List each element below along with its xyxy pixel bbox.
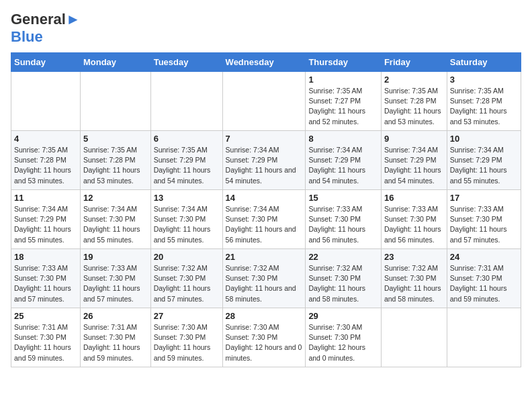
day-number: 5 [83,134,148,144]
calendar-cell: 1Sunrise: 7:35 AM Sunset: 7:27 PM Daylig… [306,72,382,131]
day-info: Sunrise: 7:30 AM Sunset: 7:30 PM Dayligh… [154,322,220,363]
day-number: 18 [14,252,77,262]
calendar-cell: 7Sunrise: 7:34 AM Sunset: 7:29 PM Daylig… [222,131,306,190]
day-number: 29 [308,311,378,321]
calendar-header-row: SundayMondayTuesdayWednesdayThursdayFrid… [11,53,521,72]
day-info: Sunrise: 7:32 AM Sunset: 7:30 PM Dayligh… [384,263,444,304]
day-number: 6 [154,134,220,144]
calendar-week-row: 11Sunrise: 7:34 AM Sunset: 7:29 PM Dayli… [11,190,521,249]
day-number: 8 [308,134,378,144]
calendar-week-row: 4Sunrise: 7:35 AM Sunset: 7:28 PM Daylig… [11,131,521,190]
day-number: 26 [83,311,148,321]
calendar-week-row: 18Sunrise: 7:33 AM Sunset: 7:30 PM Dayli… [11,249,521,308]
day-info: Sunrise: 7:32 AM Sunset: 7:30 PM Dayligh… [226,263,303,304]
calendar-cell [11,72,81,131]
calendar-cell: 23Sunrise: 7:32 AM Sunset: 7:30 PM Dayli… [381,249,447,308]
day-number: 14 [226,193,303,203]
calendar-cell [222,72,306,131]
calendar-cell: 24Sunrise: 7:31 AM Sunset: 7:30 PM Dayli… [447,249,521,308]
calendar-cell: 12Sunrise: 7:34 AM Sunset: 7:30 PM Dayli… [80,190,150,249]
day-info: Sunrise: 7:30 AM Sunset: 7:30 PM Dayligh… [226,322,303,363]
day-number: 23 [384,252,444,262]
day-number: 17 [450,193,518,203]
calendar-cell: 20Sunrise: 7:32 AM Sunset: 7:30 PM Dayli… [150,249,222,308]
day-number: 1 [308,75,378,85]
calendar-cell [447,308,521,367]
day-info: Sunrise: 7:35 AM Sunset: 7:28 PM Dayligh… [450,86,518,127]
calendar-cell: 25Sunrise: 7:31 AM Sunset: 7:30 PM Dayli… [11,308,81,367]
day-info: Sunrise: 7:35 AM Sunset: 7:28 PM Dayligh… [384,86,444,127]
day-info: Sunrise: 7:34 AM Sunset: 7:30 PM Dayligh… [226,204,303,245]
header-monday: Monday [80,53,150,72]
day-info: Sunrise: 7:34 AM Sunset: 7:29 PM Dayligh… [226,145,303,186]
calendar-cell: 27Sunrise: 7:30 AM Sunset: 7:30 PM Dayli… [150,308,222,367]
day-info: Sunrise: 7:33 AM Sunset: 7:30 PM Dayligh… [308,204,378,245]
calendar-cell: 6Sunrise: 7:35 AM Sunset: 7:29 PM Daylig… [150,131,222,190]
calendar-cell: 13Sunrise: 7:34 AM Sunset: 7:30 PM Dayli… [150,190,222,249]
calendar-cell: 28Sunrise: 7:30 AM Sunset: 7:30 PM Dayli… [222,308,306,367]
header-sunday: Sunday [11,53,81,72]
day-info: Sunrise: 7:35 AM Sunset: 7:28 PM Dayligh… [14,145,77,186]
day-info: Sunrise: 7:32 AM Sunset: 7:30 PM Dayligh… [308,263,378,304]
calendar-cell: 17Sunrise: 7:33 AM Sunset: 7:30 PM Dayli… [447,190,521,249]
day-info: Sunrise: 7:34 AM Sunset: 7:30 PM Dayligh… [154,204,220,245]
day-number: 22 [308,252,378,262]
day-info: Sunrise: 7:33 AM Sunset: 7:30 PM Dayligh… [14,263,77,304]
day-number: 12 [83,193,148,203]
day-info: Sunrise: 7:34 AM Sunset: 7:29 PM Dayligh… [308,145,378,186]
calendar-cell: 5Sunrise: 7:35 AM Sunset: 7:28 PM Daylig… [80,131,150,190]
day-number: 13 [154,193,220,203]
day-number: 9 [384,134,444,144]
header-thursday: Thursday [306,53,382,72]
calendar-cell: 15Sunrise: 7:33 AM Sunset: 7:30 PM Dayli… [306,190,382,249]
day-info: Sunrise: 7:31 AM Sunset: 7:30 PM Dayligh… [450,263,518,304]
day-number: 25 [14,311,77,321]
logo-text: General► [11,11,81,28]
calendar-cell: 29Sunrise: 7:30 AM Sunset: 7:30 PM Dayli… [306,308,382,367]
day-number: 15 [308,193,378,203]
calendar-cell: 19Sunrise: 7:33 AM Sunset: 7:30 PM Dayli… [80,249,150,308]
day-info: Sunrise: 7:33 AM Sunset: 7:30 PM Dayligh… [384,204,444,245]
day-number: 21 [226,252,303,262]
day-info: Sunrise: 7:33 AM Sunset: 7:30 PM Dayligh… [83,263,148,304]
calendar-cell: 21Sunrise: 7:32 AM Sunset: 7:30 PM Dayli… [222,249,306,308]
day-info: Sunrise: 7:30 AM Sunset: 7:30 PM Dayligh… [308,322,378,363]
day-number: 7 [226,134,303,144]
calendar-table: SundayMondayTuesdayWednesdayThursdayFrid… [11,52,521,367]
calendar-cell: 4Sunrise: 7:35 AM Sunset: 7:28 PM Daylig… [11,131,81,190]
day-info: Sunrise: 7:31 AM Sunset: 7:30 PM Dayligh… [83,322,148,363]
logo-subtext: Blue [11,28,43,45]
day-info: Sunrise: 7:35 AM Sunset: 7:29 PM Dayligh… [154,145,220,186]
calendar-cell: 26Sunrise: 7:31 AM Sunset: 7:30 PM Dayli… [80,308,150,367]
day-info: Sunrise: 7:35 AM Sunset: 7:27 PM Dayligh… [308,86,378,127]
calendar-cell: 14Sunrise: 7:34 AM Sunset: 7:30 PM Dayli… [222,190,306,249]
day-info: Sunrise: 7:35 AM Sunset: 7:28 PM Dayligh… [83,145,148,186]
calendar-cell: 22Sunrise: 7:32 AM Sunset: 7:30 PM Dayli… [306,249,382,308]
day-info: Sunrise: 7:34 AM Sunset: 7:30 PM Dayligh… [83,204,148,245]
day-number: 20 [154,252,220,262]
day-number: 11 [14,193,77,203]
calendar-cell: 9Sunrise: 7:34 AM Sunset: 7:29 PM Daylig… [381,131,447,190]
day-number: 24 [450,252,518,262]
header-saturday: Saturday [447,53,521,72]
calendar-cell: 11Sunrise: 7:34 AM Sunset: 7:29 PM Dayli… [11,190,81,249]
header-wednesday: Wednesday [222,53,306,72]
calendar-cell [80,72,150,131]
calendar-cell: 18Sunrise: 7:33 AM Sunset: 7:30 PM Dayli… [11,249,81,308]
page-header: General► Blue [11,11,521,46]
day-info: Sunrise: 7:31 AM Sunset: 7:30 PM Dayligh… [14,322,77,363]
day-number: 28 [226,311,303,321]
header-tuesday: Tuesday [150,53,222,72]
day-number: 2 [384,75,444,85]
calendar-cell [150,72,222,131]
calendar-week-row: 1Sunrise: 7:35 AM Sunset: 7:27 PM Daylig… [11,72,521,131]
day-info: Sunrise: 7:33 AM Sunset: 7:30 PM Dayligh… [450,204,518,245]
day-number: 10 [450,134,518,144]
day-number: 16 [384,193,444,203]
calendar-cell: 16Sunrise: 7:33 AM Sunset: 7:30 PM Dayli… [381,190,447,249]
day-number: 3 [450,75,518,85]
calendar-cell: 2Sunrise: 7:35 AM Sunset: 7:28 PM Daylig… [381,72,447,131]
calendar-cell: 10Sunrise: 7:34 AM Sunset: 7:29 PM Dayli… [447,131,521,190]
header-friday: Friday [381,53,447,72]
calendar-week-row: 25Sunrise: 7:31 AM Sunset: 7:30 PM Dayli… [11,308,521,367]
